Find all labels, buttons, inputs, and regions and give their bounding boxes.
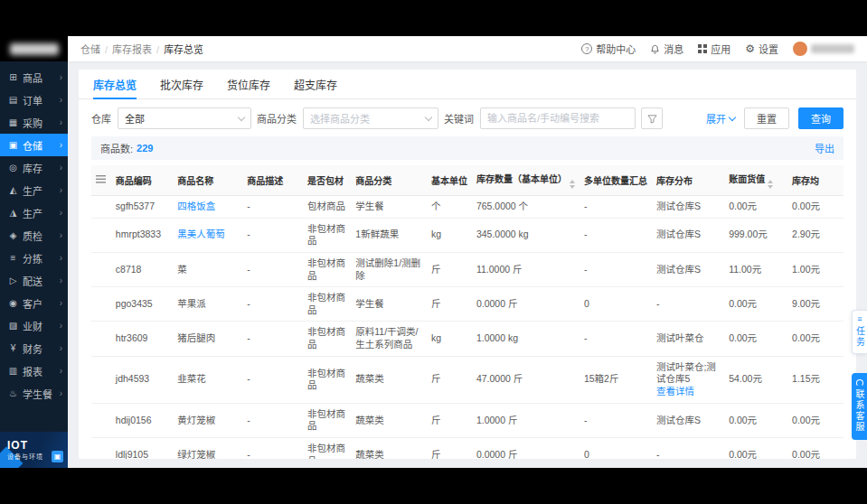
tab-3[interactable]: 货位库存 [227,70,270,98]
tab-2[interactable]: 批次库存 [160,70,203,98]
table-row: jdh4593韭菜花-非包材商品蔬菜类斤47.0000 斤15箱2斤测试叶菜仓;… [91,356,843,403]
sidebar-item-label: 财务 [23,341,60,356]
sidebar-item-customer[interactable]: ◉客户› [0,292,68,314]
cell-value: 54.00元 [724,356,787,403]
iot-device-icon: ▣ [52,451,63,462]
row-settings-cell [91,287,111,322]
sidebar-item-purchase[interactable]: ▦采购› [0,111,68,134]
table-row: hmrpt3833黑美人葡萄-非包材商品1新鲜蔬果kg345.0000 kg-测… [91,218,843,252]
cell-desc: - [242,218,303,252]
cell-value: 11.00元 [724,252,787,286]
cell-qty: 0.0000 斤 [472,287,580,322]
sidebar-item-finance[interactable]: ¥财务› [0,337,68,359]
cell-desc: - [242,403,303,437]
cell-avg: 1.15元 [787,356,843,403]
apps-button[interactable]: 应用 [698,42,730,56]
task-float-button[interactable]: ≡ 任务 [852,310,867,354]
row-settings-cell [91,437,111,459]
column-settings-icon [96,175,106,183]
cell-value: 0.00元 [724,403,787,437]
warehouse-select[interactable]: 全部 [118,107,251,129]
chevron-right-icon: › [60,275,62,285]
chevron-right-icon: › [60,95,62,105]
column-header-qty[interactable]: 库存数量（基本单位） [472,165,580,196]
category-select[interactable]: 选择商品分类 [303,107,438,129]
cell-unit: 斤 [427,356,472,403]
warehouse-filter-label: 仓库 [91,111,111,126]
sidebar-item-orders[interactable]: ▤订单› [0,89,68,111]
sidebar-item-label: 分拣 [23,251,60,266]
inventory-card: 库存总览批次库存货位库存超支库存 仓库 全部 商品分类 选择商品分类 关键词 [79,70,856,459]
cell-name: 绿灯笼椒 [173,437,242,459]
reset-button[interactable]: 重置 [744,107,789,129]
sidebar-item-label: 商品 [23,70,60,85]
breadcrumb-item[interactable]: 仓储 [80,44,100,55]
sidebar-item-delivery[interactable]: ▷配送› [0,269,68,292]
breadcrumb-item[interactable]: 库存总览 [164,44,203,55]
product-name-link[interactable]: 四格饭盒 [177,201,215,211]
cell-desc: - [242,356,303,403]
cell-multi: 0 [580,287,652,322]
sidebar-item-production-1[interactable]: ◭生产› [0,179,68,201]
view-details-link[interactable]: 查看详情 [656,386,720,398]
cell-name: 四格饭盒 [173,196,242,219]
cell-name: 菜 [173,252,242,286]
purchase-icon: ▦ [8,117,18,127]
chevron-right-icon: › [60,185,62,195]
expand-filters-button[interactable]: 展开 [706,111,735,126]
cell-value: 0.00元 [724,287,787,322]
messages-button[interactable]: 消息 [650,42,683,56]
search-button[interactable]: 查询 [798,107,843,129]
sidebar-item-production-2[interactable]: ◮生产› [0,201,68,224]
tab-4[interactable]: 超支库存 [294,70,337,98]
sort-icon[interactable] [768,180,773,189]
cell-dist: 测试仓库S [652,218,724,252]
cell-unit: 斤 [427,437,472,459]
keyword-input[interactable] [487,113,628,124]
advanced-filter-button[interactable] [641,107,663,129]
export-button[interactable]: 导出 [815,141,834,155]
cell-multi: - [580,196,652,219]
expand-label: 展开 [706,111,726,126]
iot-panel[interactable]: IOT 设备与环境 ▣ [0,432,68,468]
help-center-button[interactable]: ? 帮助中心 [581,42,636,56]
contact-support-float-button[interactable]: 联系客服 [852,373,867,440]
cell-code: c8718 [111,252,173,286]
sidebar-item-label: 库存 [23,161,60,175]
sort-icon[interactable] [570,180,575,189]
column-header-value[interactable]: 账面货值 [724,165,787,196]
app-logo-image [10,43,59,55]
distribution-text: 测试叶菜仓;测试仓库5 [656,361,720,386]
table-row: sgfh5377四格饭盒-包材商品学生餐个765.0000 个-测试仓库S0.0… [91,196,843,219]
column-settings-header[interactable] [91,165,111,196]
user-account[interactable] [793,42,854,56]
sidebar-item-quality-check[interactable]: ◈质检› [0,224,68,247]
cell-multi: 0 [580,437,652,459]
student-meal-icon: ♨ [8,388,18,398]
sidebar-item-goods[interactable]: ⊞商品› [0,66,68,89]
production-icon: ◮ [8,208,18,218]
product-name-link[interactable]: 黑美人葡萄 [177,229,225,239]
cell-avg: 0.00元 [787,403,843,437]
sidebar-item-reports[interactable]: ▥报表› [0,359,68,382]
sidebar-item-business-finance[interactable]: ▨业财› [0,314,68,337]
cell-code: sgfh5377 [111,196,173,219]
tab-1[interactable]: 库存总览 [93,70,137,98]
table-body: sgfh5377四格饭盒-包材商品学生餐个765.0000 个-测试仓库S0.0… [91,196,843,460]
avatar [793,42,807,56]
app-logo[interactable] [0,36,68,61]
column-header-category: 商品分类 [351,165,427,196]
column-label: 商品描述 [247,176,283,186]
sidebar-item-student-meal[interactable]: ♨学生餐› [0,382,68,405]
settings-button[interactable]: ⚙ 设置 [745,42,778,56]
chevron-right-icon: › [60,140,62,150]
app-window: ⊞商品›▤订单›▦采购›▣仓储›◎库存›◭生产›◮生产›◈质检›≡分拣›▷配送›… [0,36,867,468]
quality-icon: ◈ [8,230,18,240]
cell-name: 黑美人葡萄 [173,218,242,252]
breadcrumb-item[interactable]: 库存报表 [112,44,152,55]
sidebar-item-sorting[interactable]: ≡分拣› [0,247,68,269]
distribution-text: 测试仓库S [656,415,720,427]
sidebar-item-warehouse[interactable]: ▣仓储› [0,134,68,156]
sidebar-item-inventory[interactable]: ◎库存› [0,156,68,179]
product-count-label: 商品数: [100,141,133,155]
